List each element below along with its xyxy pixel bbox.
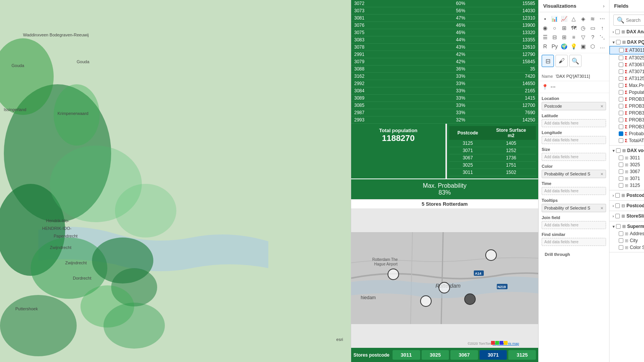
tree-item[interactable]: ΣAT3011⋯ bbox=[610, 46, 644, 54]
tree-group-header[interactable]: ▾⊞Supermarkets bbox=[610, 223, 644, 230]
viz-icon-funnel[interactable]: ▽ bbox=[579, 33, 587, 41]
tree-group-header[interactable]: ▾⊞DAX PQ bbox=[610, 38, 644, 46]
viz-icon-map[interactable]: 🗺 bbox=[570, 24, 578, 32]
item-checkbox[interactable] bbox=[619, 111, 623, 115]
item-checkbox[interactable] bbox=[619, 183, 623, 188]
item-checkbox[interactable] bbox=[619, 231, 623, 236]
viz-icon-more[interactable]: … bbox=[598, 42, 606, 51]
item-checkbox[interactable] bbox=[619, 238, 623, 243]
viz-icon-table[interactable]: ⊟ bbox=[550, 33, 559, 41]
group-checkbox[interactable] bbox=[615, 214, 620, 218]
tree-group-header[interactable]: ›⊞Postcodes Areas DAX bbox=[610, 192, 644, 199]
tree-item[interactable]: ΣTotalAT bbox=[610, 137, 644, 144]
join-field-placeholder[interactable]: Add data fields here bbox=[542, 221, 606, 229]
group-checkbox[interactable] bbox=[616, 148, 621, 153]
viz-icon-scatter[interactable]: ⋯ bbox=[598, 15, 606, 23]
viz-icon-slicer[interactable]: ☰ bbox=[541, 33, 549, 41]
tree-item[interactable]: ⊞3125 bbox=[610, 182, 644, 189]
group-checkbox[interactable] bbox=[615, 193, 620, 198]
tree-item[interactable]: ΣAT3067 bbox=[610, 61, 644, 68]
viz-tab-fields[interactable]: ⊟ bbox=[542, 55, 554, 67]
viz-icon-area[interactable]: △ bbox=[570, 15, 578, 23]
tree-item[interactable]: ⊞Color Stores bbox=[610, 244, 644, 251]
item-checkbox[interactable] bbox=[619, 56, 623, 60]
tooltips-value[interactable]: Probability of Selected S ✕ bbox=[542, 204, 606, 212]
viz-icon-waterfall[interactable]: ≡ bbox=[570, 33, 578, 41]
viz-expand-icon[interactable]: › bbox=[603, 3, 605, 9]
group-checkbox[interactable] bbox=[615, 29, 620, 34]
viz-icon-custom2[interactable]: ⬡ bbox=[588, 42, 597, 51]
tree-item[interactable]: ⊞3071 bbox=[610, 175, 644, 182]
postcode-tab[interactable]: 3067 bbox=[450, 350, 478, 360]
item-checkbox[interactable] bbox=[619, 162, 623, 167]
color-remove[interactable]: ✕ bbox=[600, 172, 603, 176]
viz-icon-gauge[interactable]: ◷ bbox=[579, 24, 587, 32]
tree-group-header[interactable]: ▾⊞DAX voor variabele sqm bbox=[610, 147, 644, 154]
postcode-tab[interactable]: 3025 bbox=[422, 350, 449, 360]
item-checkbox[interactable] bbox=[619, 76, 623, 81]
color-value[interactable]: Probability of Selected S ✕ bbox=[542, 170, 606, 178]
viz-icon-smart[interactable]: 💡 bbox=[570, 42, 578, 51]
item-checkbox[interactable] bbox=[619, 62, 623, 67]
tree-item[interactable]: ⊞3067 bbox=[610, 168, 644, 175]
tooltips-remove[interactable]: ✕ bbox=[600, 206, 603, 210]
item-checkbox[interactable] bbox=[619, 169, 623, 174]
postcode-tab[interactable]: 3071 bbox=[480, 350, 507, 360]
viz-icon-line[interactable]: 📈 bbox=[560, 15, 568, 23]
viz-icon-bar[interactable]: 📊 bbox=[550, 15, 559, 23]
viz-icon-combo[interactable]: ◈ bbox=[579, 15, 587, 23]
item-checkbox[interactable] bbox=[619, 176, 623, 181]
viz-icon-custom1[interactable]: ▣ bbox=[579, 42, 587, 51]
viz-icon-card[interactable]: ▭ bbox=[588, 24, 597, 32]
tree-item[interactable]: ⊞3025 bbox=[610, 161, 644, 168]
tree-item[interactable]: ΣPROB3125 bbox=[610, 123, 644, 130]
item-checkbox[interactable] bbox=[619, 245, 623, 250]
postcode-tab[interactable]: 3125 bbox=[508, 350, 536, 360]
viz-icon-qna[interactable]: ? bbox=[588, 33, 597, 41]
item-checkbox[interactable] bbox=[619, 138, 623, 143]
location-remove[interactable]: ✕ bbox=[600, 104, 603, 108]
viz-icon-treemap[interactable]: ⊞ bbox=[560, 24, 568, 32]
tree-item[interactable]: ΣPopulation bbox=[610, 89, 644, 96]
tree-item[interactable]: ⊞3011 bbox=[610, 154, 644, 161]
postcode-tab[interactable]: 3011 bbox=[393, 350, 420, 360]
viz-icon-pie[interactable]: ◉ bbox=[541, 24, 549, 32]
viz-tab-format[interactable]: 🖌 bbox=[555, 55, 568, 67]
item-checkbox[interactable] bbox=[619, 90, 623, 95]
viz-icon-donut[interactable]: ○ bbox=[550, 24, 559, 32]
viz-icon-kpi[interactable]: ↑ bbox=[598, 24, 606, 32]
more-dots[interactable]: ··· bbox=[550, 84, 555, 90]
group-checkbox[interactable] bbox=[616, 224, 621, 229]
tree-item[interactable]: ΣPROB3067 bbox=[610, 110, 644, 116]
tree-item[interactable]: ΣMax.Probability bbox=[610, 82, 644, 89]
tree-item[interactable]: ΣAT3025 bbox=[610, 54, 644, 61]
tree-item[interactable]: ΣAT3071 bbox=[610, 68, 644, 75]
longitude-placeholder[interactable]: Add data fields here bbox=[542, 136, 606, 144]
viz-icon-decomp[interactable]: ⋱ bbox=[598, 33, 606, 41]
tree-group-header[interactable]: ›⊟Postcodes Areas PQ bbox=[610, 202, 644, 210]
latitude-placeholder[interactable]: Add data fields here bbox=[542, 119, 606, 127]
item-checkbox[interactable] bbox=[619, 83, 623, 88]
item-checkbox[interactable] bbox=[619, 156, 623, 160]
tree-item[interactable]: ΣProbability of Selected Store bbox=[610, 130, 644, 137]
item-checkbox[interactable] bbox=[619, 69, 623, 74]
tree-item[interactable]: ⊞Address bbox=[610, 230, 644, 237]
item-checkbox[interactable] bbox=[619, 104, 623, 108]
fields-search-box[interactable]: 🔍 bbox=[613, 15, 644, 26]
item-checkbox[interactable] bbox=[619, 124, 623, 129]
item-checkbox[interactable] bbox=[619, 118, 623, 122]
time-placeholder[interactable]: Add data fields here bbox=[542, 187, 606, 195]
fields-search-input[interactable] bbox=[626, 18, 644, 23]
tree-item[interactable]: ΣPROB3071 bbox=[610, 116, 644, 123]
item-checkbox[interactable] bbox=[619, 97, 623, 102]
group-checkbox[interactable] bbox=[616, 40, 621, 44]
viz-icon-azuremap[interactable]: 🌍 bbox=[560, 42, 568, 51]
tree-item[interactable]: ⊞City bbox=[610, 237, 644, 244]
viz-icon-ribbon[interactable]: ≋ bbox=[588, 15, 597, 23]
viz-icon-py[interactable]: Py bbox=[550, 42, 559, 51]
find-similar-placeholder[interactable]: Add data fields here bbox=[542, 238, 606, 246]
item-checkbox[interactable] bbox=[619, 131, 623, 136]
size-placeholder[interactable]: Add data fields here bbox=[542, 153, 606, 161]
tree-item[interactable]: ΣPROB3011 bbox=[610, 96, 644, 103]
viz-icon-matrix[interactable]: ⊞ bbox=[560, 33, 568, 41]
